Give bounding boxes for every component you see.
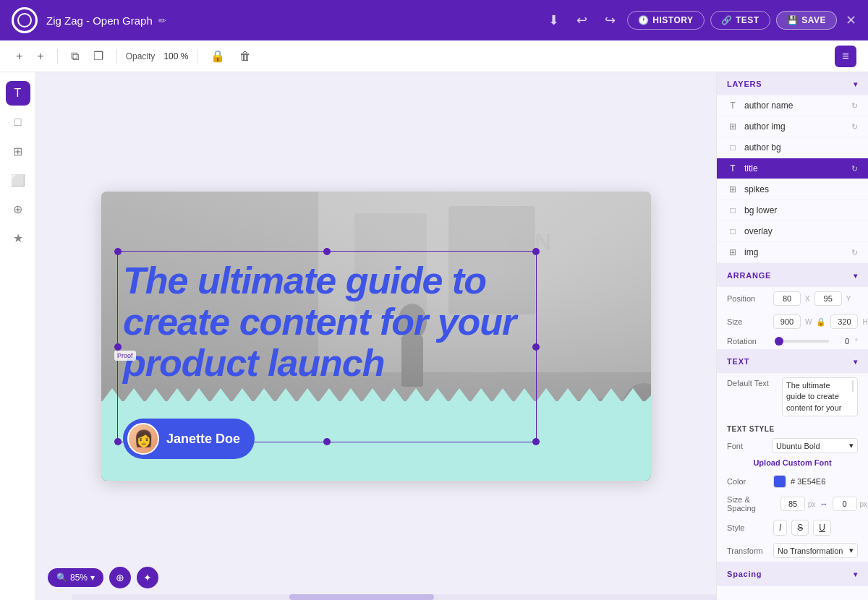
refresh-icon[interactable]: ↻ [851, 248, 858, 257]
size-w-input[interactable] [773, 314, 801, 329]
rotation-slider[interactable] [775, 340, 829, 343]
spacing-header[interactable]: Spacing ▾ [717, 562, 868, 586]
zoom-chevron-icon: ▾ [90, 573, 95, 583]
size-h-input[interactable] [830, 314, 858, 329]
delete-button[interactable]: 🗑 [235, 47, 255, 66]
layer-spikes[interactable]: ⊞ spikes [717, 179, 868, 200]
app-header: Zig Zag - Open Graph ✏ ⬇ ↩ ↪ 🕐 HISTORY 🔗… [0, 0, 868, 40]
sidebar-frame-tool[interactable]: ⬜ [6, 168, 30, 192]
image-img-icon: ⊞ [727, 247, 739, 257]
style-label: Style [727, 523, 769, 532]
magic-button[interactable]: ✦ [137, 567, 158, 588]
proof-label: Proof [114, 351, 136, 361]
shape-layer-icon: □ [727, 142, 739, 153]
zoom-in-button[interactable]: ⊕ [109, 567, 131, 588]
download-button[interactable]: ⬇ [542, 9, 565, 31]
canvas-area[interactable]: WIN The ultimate guide to create content… [36, 72, 716, 600]
test-icon: 🔗 [721, 15, 733, 25]
spacing-section: Spacing ▾ [717, 562, 868, 586]
toolbar-separator-2 [116, 49, 117, 64]
main-area: T □ ⊞ ⬜ ⊕ ★ [0, 72, 868, 600]
layer-overlay[interactable]: □ overlay [717, 221, 868, 242]
shape-overlay-icon: □ [727, 226, 739, 236]
redo-button[interactable]: ↪ [599, 9, 621, 31]
layer-title[interactable]: T title ↻ [717, 158, 868, 179]
default-text-row: Default Text The ultimate guide to creat… [717, 373, 868, 421]
menu-button[interactable]: ≡ [835, 46, 856, 67]
letter-spacing-input[interactable] [833, 497, 857, 511]
refresh-icon[interactable]: ↻ [851, 122, 858, 132]
history-button[interactable]: 🕐 HISTORY [627, 11, 705, 30]
default-text-value[interactable]: The ultimate guide to create content for… [782, 377, 858, 416]
edit-title-icon[interactable]: ✏ [158, 15, 166, 26]
layer-name: spikes [744, 184, 858, 194]
sidebar-favorites-tool[interactable]: ★ [6, 226, 30, 250]
author-name: Janette Doe [166, 432, 240, 447]
layers-header[interactable]: LAYERS ▾ [717, 72, 868, 95]
rotation-label: Rotation [727, 337, 769, 346]
text-style-header: TEXT STYLE [717, 421, 868, 435]
image-layer-icon: ⊞ [727, 121, 739, 132]
sidebar-shape-tool[interactable]: □ [6, 110, 30, 134]
lock-ratio-icon[interactable]: 🔒 [816, 317, 826, 327]
transform-chevron-icon: ▾ [849, 546, 854, 555]
position-x-input[interactable] [773, 291, 801, 306]
canvas-scrollbar[interactable] [72, 594, 716, 600]
color-swatch[interactable] [773, 475, 786, 488]
position-y-input[interactable] [814, 291, 842, 306]
layers-title: LAYERS [727, 80, 762, 88]
refresh-icon-active[interactable]: ↻ [851, 164, 858, 173]
arrange-header[interactable]: ARRANGE ▾ [717, 264, 868, 287]
italic-button[interactable]: I [773, 520, 787, 536]
refresh-icon[interactable]: ↻ [851, 101, 858, 111]
sidebar-image-tool[interactable]: ⊞ [6, 139, 30, 163]
add-element-button[interactable]: + [12, 47, 27, 66]
rotation-deg: ° [855, 338, 858, 346]
default-text-label: Default Text [727, 377, 778, 387]
copy-button[interactable]: ⧉ [67, 47, 83, 66]
zoom-control[interactable]: 🔍 85% ▾ [48, 568, 103, 587]
font-size-input[interactable] [780, 497, 805, 511]
upload-font-link[interactable]: Upload Custom Font [717, 456, 868, 471]
author-avatar: 👩 [127, 423, 159, 455]
image-spikes-icon: ⊞ [727, 184, 739, 194]
text-title: TEXT [727, 357, 749, 366]
rotation-value: 0 [835, 337, 849, 346]
rotation-thumb[interactable] [775, 337, 783, 346]
og-preview[interactable]: WIN The ultimate guide to create content… [101, 192, 651, 481]
undo-button[interactable]: ↩ [571, 9, 593, 31]
transform-value: No Transformation [778, 547, 843, 555]
close-button[interactable]: ✕ [846, 12, 856, 28]
duplicate-button[interactable]: ❐ [89, 46, 108, 66]
toolbar-separator-3 [197, 49, 197, 64]
save-button[interactable]: 💾 SAVE [776, 11, 837, 30]
w-axis-label: W [805, 318, 812, 326]
size-label: Size [727, 317, 769, 326]
transform-select[interactable]: No Transformation ▾ [773, 543, 858, 558]
zoom-icon: 🔍 [56, 573, 67, 583]
sidebar-component-tool[interactable]: ⊕ [6, 197, 30, 221]
underline-button[interactable]: U [813, 520, 831, 536]
text-scrollbar[interactable] [852, 380, 854, 392]
spacing-chevron-icon: ▾ [854, 570, 858, 578]
lock-button[interactable]: 🔒 [206, 46, 229, 66]
right-panel: LAYERS ▾ T author name ↻ ⊞ author img ↻ … [716, 72, 868, 600]
layer-img[interactable]: ⊞ img ↻ [717, 242, 868, 263]
sidebar-text-tool[interactable]: T [6, 81, 30, 106]
canvas-scrollbar-thumb[interactable] [289, 594, 434, 600]
text-header[interactable]: TEXT ▾ [717, 350, 868, 373]
layer-author-img[interactable]: ⊞ author img ↻ [717, 116, 868, 137]
add-layer-button[interactable]: + [33, 47, 48, 66]
strikethrough-button[interactable]: S [791, 520, 809, 536]
layer-author-name[interactable]: T author name ↻ [717, 95, 868, 116]
canvas-controls: 🔍 85% ▾ ⊕ ✦ [48, 567, 158, 588]
layer-author-bg[interactable]: □ author bg [717, 137, 868, 158]
font-select[interactable]: Ubuntu Bold ▾ [772, 438, 858, 453]
header-actions: ⬇ ↩ ↪ 🕐 HISTORY 🔗 TEST 💾 SAVE ✕ [542, 9, 856, 31]
layer-bg-lower[interactable]: □ bg lower [717, 200, 868, 221]
test-button[interactable]: 🔗 TEST [710, 11, 770, 30]
layer-name: img [744, 247, 846, 257]
text-layer-active-icon: T [727, 163, 739, 173]
text-style-title: TEXT STYLE [727, 425, 775, 433]
underline-label: U [819, 523, 825, 533]
